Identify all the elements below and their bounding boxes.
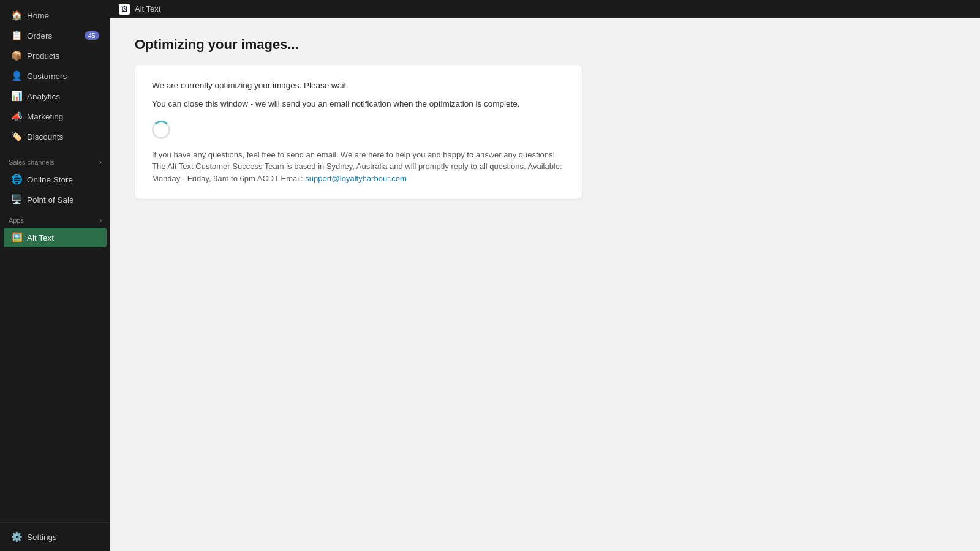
apps-nav: 🖼️ Alt Text: [0, 227, 110, 248]
sidebar-item-customers[interactable]: 👤 Customers: [4, 66, 107, 86]
point-of-sale-icon: 🖥️: [11, 194, 22, 205]
sidebar-item-settings-label: Settings: [27, 533, 57, 542]
alt-text-icon: 🖼️: [11, 232, 22, 243]
card-info-text: If you have any questions, feel free to …: [152, 149, 565, 185]
sidebar-item-alt-text[interactable]: 🖼️ Alt Text: [4, 228, 107, 247]
sidebar-item-home[interactable]: 🏠 Home: [4, 6, 107, 25]
marketing-icon: 📣: [11, 111, 22, 122]
sidebar-bottom: ⚙️ Settings: [0, 522, 110, 551]
topbar-app-icon: 🖼: [119, 4, 130, 15]
sidebar-item-orders[interactable]: 📋 Orders 45: [4, 26, 107, 45]
apps-section[interactable]: Apps ›: [0, 210, 110, 227]
main-content: Optimizing your images... We are current…: [110, 18, 980, 551]
sidebar-item-analytics-label: Analytics: [27, 92, 60, 101]
sidebar-item-settings[interactable]: ⚙️ Settings: [4, 527, 107, 547]
topbar-icon-symbol: 🖼: [121, 6, 128, 13]
card-line1: We are currently optimizing your images.…: [152, 80, 565, 92]
apps-label: Apps: [9, 217, 24, 224]
sidebar-item-products-label: Products: [27, 51, 59, 61]
products-icon: 📦: [11, 50, 22, 61]
main-topbar: 🖼 Alt Text: [110, 0, 980, 18]
sidebar-item-products[interactable]: 📦 Products: [4, 46, 107, 66]
card-line2: You can close this window - we will send…: [152, 98, 565, 110]
orders-badge: 45: [85, 31, 99, 40]
settings-icon: ⚙️: [11, 531, 22, 542]
sales-channels-label: Sales channels: [9, 159, 55, 166]
spinner-container: [152, 121, 565, 139]
sidebar-item-marketing[interactable]: 📣 Marketing: [4, 107, 107, 126]
orders-icon: 📋: [11, 30, 22, 41]
apps-chevron-icon: ›: [99, 216, 102, 225]
info-card: We are currently optimizing your images.…: [135, 65, 582, 199]
sidebar-item-online-store-label: Online Store: [27, 175, 73, 184]
sales-channels-nav: 🌐 Online Store 🖥️ Point of Sale: [0, 169, 110, 210]
sidebar-item-discounts-label: Discounts: [27, 132, 63, 141]
analytics-icon: 📊: [11, 91, 22, 102]
sidebar-item-analytics[interactable]: 📊 Analytics: [4, 86, 107, 106]
loading-spinner: [152, 121, 170, 139]
sidebar-item-marketing-label: Marketing: [27, 112, 63, 121]
page-title: Optimizing your images...: [135, 37, 956, 53]
customers-icon: 👤: [11, 70, 22, 81]
sidebar-item-home-label: Home: [27, 11, 49, 20]
main-nav: 🏠 Home 📋 Orders 45 📦 Products 👤 Customer…: [0, 0, 110, 152]
home-icon: 🏠: [11, 10, 22, 21]
sidebar-item-point-of-sale-label: Point of Sale: [27, 195, 74, 204]
sidebar-item-orders-label: Orders: [27, 31, 52, 40]
discounts-icon: 🏷️: [11, 131, 22, 142]
support-email-link[interactable]: support@loyaltyharbour.com: [305, 174, 407, 183]
sales-channels-chevron-icon: ›: [99, 158, 102, 167]
sidebar-item-discounts[interactable]: 🏷️ Discounts: [4, 127, 107, 146]
sidebar-item-alt-text-label: Alt Text: [27, 233, 54, 242]
topbar-app-name: Alt Text: [135, 4, 160, 13]
online-store-icon: 🌐: [11, 174, 22, 185]
main-area: 🖼 Alt Text Optimizing your images... We …: [110, 0, 980, 551]
sales-channels-section[interactable]: Sales channels ›: [0, 152, 110, 169]
sidebar-item-customers-label: Customers: [27, 72, 67, 81]
sidebar-item-online-store[interactable]: 🌐 Online Store: [4, 170, 107, 189]
sidebar-item-point-of-sale[interactable]: 🖥️ Point of Sale: [4, 190, 107, 209]
sidebar: 🏠 Home 📋 Orders 45 📦 Products 👤 Customer…: [0, 0, 110, 551]
